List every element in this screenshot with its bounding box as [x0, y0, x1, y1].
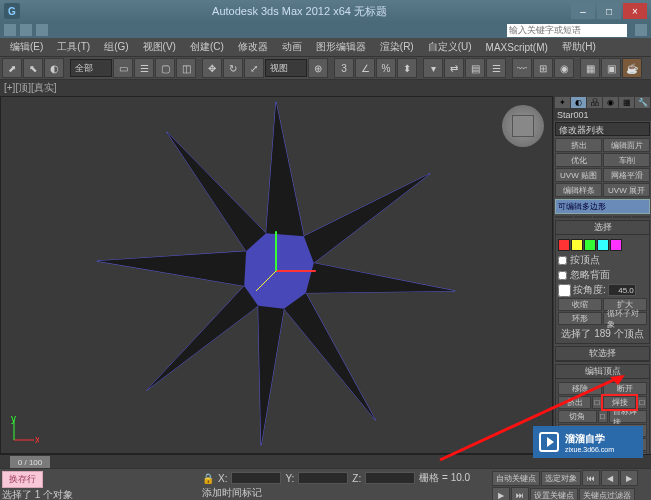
tb-align[interactable]: ▤ — [465, 58, 485, 78]
set-key-button[interactable]: 设置关键点 — [530, 488, 578, 501]
tab-motion[interactable]: ◉ — [603, 97, 618, 108]
tab-display[interactable]: ▦ — [619, 97, 634, 108]
btn-loop[interactable]: 循环子对象 — [603, 312, 647, 325]
stack-pin[interactable] — [555, 216, 573, 218]
rollout-selection-head[interactable]: 选择 — [556, 221, 649, 235]
btn-chamfer-settings[interactable]: □ — [598, 410, 608, 423]
prev-frame[interactable]: ◀ — [601, 470, 619, 486]
tab-utilities[interactable]: 🔧 — [635, 97, 650, 108]
check-by-vertex[interactable] — [558, 256, 567, 265]
modifier-list-dropdown[interactable]: 修改器列表 — [555, 122, 650, 136]
tb-angle-snap[interactable]: ∠ — [355, 58, 375, 78]
undo-icon[interactable] — [20, 24, 32, 36]
viewcube[interactable] — [502, 105, 544, 147]
tab-modify[interactable]: ◐ — [571, 97, 586, 108]
maximize-button[interactable]: □ — [597, 3, 621, 19]
stack-unique[interactable] — [593, 216, 611, 218]
search-icon[interactable] — [635, 24, 647, 36]
goto-start[interactable]: ⏮ — [582, 470, 600, 486]
stack-configure[interactable] — [632, 216, 650, 218]
mod-btn-meshsmooth[interactable]: 网格平滑 — [603, 168, 650, 182]
tb-pivot[interactable]: ⊕ — [308, 58, 328, 78]
mod-btn-uvwmap[interactable]: UVW 贴图 — [555, 168, 602, 182]
tb-render-setup[interactable]: ▦ — [580, 58, 600, 78]
time-slider[interactable]: 0 / 100 — [10, 456, 50, 468]
subobj-element[interactable] — [610, 239, 622, 251]
modifier-stack[interactable]: 可编辑多边形 — [555, 199, 650, 214]
tb-curve-editor[interactable]: 〰 — [512, 58, 532, 78]
selection-filter[interactable]: 全部 — [70, 59, 112, 77]
menu-view[interactable]: 视图(V) — [137, 39, 182, 55]
stack-remove[interactable] — [613, 216, 631, 218]
tb-select-link[interactable]: ⬈ — [2, 58, 22, 78]
tb-spinner-snap[interactable]: ⬍ — [397, 58, 417, 78]
tb-rotate[interactable]: ↻ — [223, 58, 243, 78]
close-button[interactable]: × — [623, 3, 647, 19]
tb-unlink[interactable]: ⬉ — [23, 58, 43, 78]
menu-graph[interactable]: 图形编辑器 — [310, 39, 372, 55]
btn-shrink[interactable]: 收缩 — [558, 298, 602, 311]
btn-ring[interactable]: 环形 — [558, 312, 602, 325]
ref-coord-system[interactable]: 视图 — [265, 59, 307, 77]
btn-weld[interactable]: 焊接 — [603, 396, 636, 409]
subobj-polygon[interactable] — [597, 239, 609, 251]
tb-material[interactable]: ◉ — [554, 58, 574, 78]
tb-window-crossing[interactable]: ◫ — [176, 58, 196, 78]
check-ignore-back[interactable] — [558, 271, 567, 280]
stack-editable-poly[interactable]: 可编辑多边形 — [556, 200, 649, 213]
tb-select-region[interactable]: ▢ — [155, 58, 175, 78]
qat-icon[interactable] — [4, 24, 16, 36]
subobj-vertex[interactable] — [558, 239, 570, 251]
app-logo[interactable]: G — [4, 3, 20, 19]
time-tag-hint[interactable]: 添加时间标记 — [202, 486, 262, 500]
mod-btn-extrude[interactable]: 挤出 — [555, 138, 602, 152]
mod-btn-editpatch[interactable]: 编辑面片 — [603, 138, 650, 152]
key-filter-button[interactable]: 关键点过滤器 — [579, 488, 635, 501]
tb-move[interactable]: ✥ — [202, 58, 222, 78]
menu-custom[interactable]: 自定义(U) — [422, 39, 478, 55]
btn-break[interactable]: 断开 — [603, 382, 647, 395]
angle-spinner[interactable] — [608, 284, 636, 296]
mod-btn-editspline[interactable]: 编辑样条 — [555, 183, 602, 197]
menu-edit[interactable]: 编辑(E) — [4, 39, 49, 55]
rollout-edit-head[interactable]: 编辑顶点 — [556, 365, 649, 379]
selected-filter[interactable]: 选定对象 — [541, 471, 581, 486]
coord-z[interactable] — [365, 472, 415, 484]
menu-modifiers[interactable]: 修改器 — [232, 39, 274, 55]
lock-icon[interactable]: 🔒 — [202, 473, 214, 484]
object-name-field[interactable]: Star001 — [554, 109, 651, 121]
btn-extrude-v[interactable]: 挤出 — [558, 396, 591, 409]
redo-icon[interactable] — [36, 24, 48, 36]
menu-tools[interactable]: 工具(T) — [51, 39, 96, 55]
next-frame[interactable]: ▶ — [492, 487, 510, 500]
btn-chamfer[interactable]: 切角 — [558, 410, 597, 423]
tab-create[interactable]: ✦ — [555, 97, 570, 108]
viewport[interactable]: xy — [0, 96, 553, 454]
rollout-soft-head[interactable]: 软选择 — [556, 347, 649, 361]
menu-help[interactable]: 帮助(H) — [556, 39, 602, 55]
tb-select[interactable]: ▭ — [113, 58, 133, 78]
btn-remove[interactable]: 移除 — [558, 382, 602, 395]
tb-percent-snap[interactable]: % — [376, 58, 396, 78]
tb-schematic[interactable]: ⊞ — [533, 58, 553, 78]
coord-y[interactable] — [298, 472, 348, 484]
search-input[interactable] — [507, 24, 627, 37]
check-by-angle[interactable] — [558, 284, 571, 297]
menu-create[interactable]: 创建(C) — [184, 39, 230, 55]
tb-select-name[interactable]: ☰ — [134, 58, 154, 78]
tb-layers[interactable]: ☰ — [486, 58, 506, 78]
play-button[interactable]: ▶ — [620, 470, 638, 486]
tb-render[interactable]: ☕ — [622, 58, 642, 78]
minimize-button[interactable]: – — [571, 3, 595, 19]
btn-target-weld[interactable]: 目标焊接 — [609, 410, 648, 423]
tb-bind[interactable]: ◐ — [44, 58, 64, 78]
tb-render-frame[interactable]: ▣ — [601, 58, 621, 78]
auto-key-button[interactable]: 自动关键点 — [492, 471, 540, 486]
goto-end[interactable]: ⏭ — [511, 487, 529, 500]
tab-hierarchy[interactable]: 品 — [587, 97, 602, 108]
cache-button[interactable]: 换存行 — [2, 471, 43, 488]
tb-named-sel[interactable]: ▾ — [423, 58, 443, 78]
tb-snap[interactable]: 3 — [334, 58, 354, 78]
menu-render[interactable]: 渲染(R) — [374, 39, 420, 55]
viewport-label[interactable]: [+][顶][真实] — [4, 81, 57, 95]
